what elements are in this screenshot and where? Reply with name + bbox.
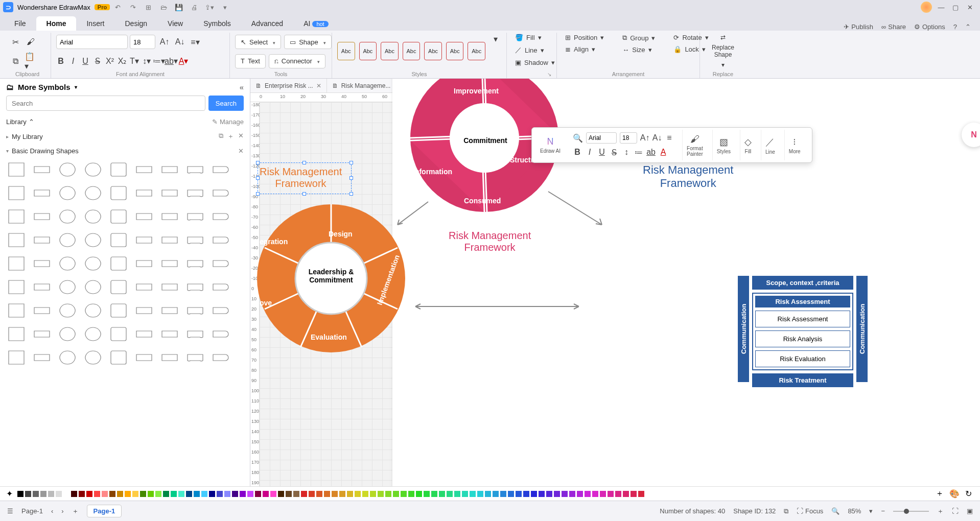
symbol-search-input[interactable] bbox=[6, 96, 205, 111]
shape-stencil[interactable] bbox=[134, 302, 154, 319]
shape-stencil[interactable] bbox=[6, 278, 27, 296]
shape-stencil[interactable] bbox=[6, 349, 27, 366]
line-button[interactable]: ／ Line ▾ bbox=[512, 44, 551, 56]
shape-stencil[interactable] bbox=[32, 255, 52, 272]
ft-format-painter[interactable]: 🖌Format Painter bbox=[682, 130, 707, 160]
color-swatch[interactable] bbox=[286, 491, 292, 497]
user-avatar[interactable] bbox=[921, 2, 932, 13]
palette-action[interactable]: ↻ bbox=[965, 489, 972, 499]
paste-button[interactable]: 📋▾ bbox=[25, 55, 37, 67]
risk-panel[interactable]: Communication Scope, context ,criteria R… bbox=[738, 276, 868, 382]
shape-stencil[interactable] bbox=[57, 184, 78, 202]
format-painter-button[interactable]: 🖌 bbox=[25, 36, 37, 48]
shape-stencil[interactable] bbox=[32, 208, 52, 225]
color-swatch[interactable] bbox=[585, 491, 591, 497]
color-swatch[interactable] bbox=[109, 491, 115, 497]
color-swatch[interactable] bbox=[117, 491, 123, 497]
size-button[interactable]: ↔ Size ▾ bbox=[619, 45, 658, 55]
shape-stencil[interactable] bbox=[32, 278, 52, 296]
shape-stencil[interactable] bbox=[83, 278, 103, 296]
next-page-button[interactable]: › bbox=[61, 507, 63, 515]
connector-tool-button[interactable]: ⎌ Connector bbox=[269, 54, 325, 68]
color-swatch[interactable] bbox=[232, 491, 238, 497]
shape-stencil[interactable] bbox=[6, 184, 27, 202]
color-swatch[interactable] bbox=[102, 491, 108, 497]
color-swatch[interactable] bbox=[148, 491, 154, 497]
color-swatch[interactable] bbox=[470, 491, 476, 497]
shape-stencil[interactable] bbox=[134, 208, 154, 225]
ft-list[interactable]: ≔ bbox=[634, 146, 643, 158]
color-swatch[interactable] bbox=[546, 491, 552, 497]
palette-picker-icon[interactable]: ✦ bbox=[6, 489, 13, 499]
font-name-select[interactable] bbox=[56, 35, 128, 49]
color-swatch[interactable] bbox=[615, 491, 621, 497]
shape-stencil[interactable] bbox=[6, 255, 27, 272]
color-swatch[interactable] bbox=[324, 491, 330, 497]
color-swatch[interactable] bbox=[224, 491, 230, 497]
color-swatch[interactable] bbox=[155, 491, 161, 497]
shape-stencil[interactable] bbox=[159, 161, 180, 178]
color-swatch[interactable] bbox=[309, 491, 315, 497]
maximize-button[interactable]: ▢ bbox=[948, 2, 963, 13]
color-swatch[interactable] bbox=[347, 491, 353, 497]
align-button[interactable]: ≡▾ bbox=[189, 36, 201, 48]
bold-button[interactable]: B bbox=[56, 55, 65, 67]
style-swatch-6[interactable]: Abc bbox=[446, 42, 464, 60]
shape-stencil[interactable] bbox=[185, 184, 205, 202]
ft-highlight[interactable]: ab bbox=[646, 146, 656, 158]
shape-stencil[interactable] bbox=[185, 161, 205, 178]
ft-align[interactable]: ≡ bbox=[665, 132, 674, 144]
ft-strike[interactable]: S̶ bbox=[610, 146, 619, 158]
doc-tab-1-close[interactable]: ✕ bbox=[316, 82, 321, 89]
menu-ai[interactable]: AIhot bbox=[293, 16, 339, 31]
shape-stencil[interactable] bbox=[134, 161, 154, 178]
color-swatch[interactable] bbox=[531, 491, 537, 497]
color-swatch[interactable] bbox=[600, 491, 606, 497]
shape-stencil[interactable] bbox=[211, 325, 231, 343]
status-layers-icon[interactable]: ⧉ bbox=[784, 507, 788, 515]
font-color-button[interactable]: A▾ bbox=[179, 55, 188, 67]
color-swatch[interactable] bbox=[240, 491, 246, 497]
italic-button[interactable]: I bbox=[68, 55, 78, 67]
shape-stencil[interactable] bbox=[57, 302, 78, 319]
color-swatch[interactable] bbox=[378, 491, 384, 497]
color-swatch[interactable] bbox=[447, 491, 453, 497]
color-swatch[interactable] bbox=[316, 491, 322, 497]
shape-stencil[interactable] bbox=[83, 325, 103, 343]
shape-stencil[interactable] bbox=[185, 349, 205, 366]
prev-page-button[interactable]: ‹ bbox=[51, 507, 53, 515]
shape-stencil[interactable] bbox=[185, 255, 205, 272]
shape-stencil[interactable] bbox=[134, 278, 154, 296]
shape-stencil[interactable] bbox=[6, 208, 27, 225]
color-swatch[interactable] bbox=[278, 491, 284, 497]
highlight-button[interactable]: ab▾ bbox=[167, 55, 176, 67]
color-swatch[interactable] bbox=[339, 491, 345, 497]
color-swatch[interactable] bbox=[25, 491, 31, 497]
shape-stencil[interactable] bbox=[134, 231, 154, 249]
font-size-select[interactable] bbox=[130, 35, 155, 49]
color-swatch[interactable] bbox=[539, 491, 545, 497]
close-button[interactable]: ✕ bbox=[963, 2, 977, 13]
color-swatch[interactable] bbox=[393, 491, 399, 497]
shape-stencil[interactable] bbox=[6, 302, 27, 319]
shape-stencil[interactable] bbox=[211, 349, 231, 366]
color-swatch[interactable] bbox=[608, 491, 614, 497]
shape-tool-button[interactable]: ▭ Shape bbox=[284, 35, 332, 49]
cut-button[interactable]: ✂ bbox=[9, 36, 21, 48]
shape-stencil[interactable] bbox=[159, 255, 180, 272]
bullet-list-button[interactable]: ≔▾ bbox=[154, 55, 164, 67]
status-focus-button[interactable]: ⛶ Focus bbox=[797, 507, 823, 515]
color-swatch[interactable] bbox=[370, 491, 376, 497]
color-swatch[interactable] bbox=[40, 491, 46, 497]
shape-stencil[interactable] bbox=[6, 325, 27, 343]
color-swatch[interactable] bbox=[140, 491, 146, 497]
ft-inc-font[interactable]: A↑ bbox=[640, 132, 649, 144]
copy-button[interactable]: ⧉ bbox=[9, 55, 21, 67]
shape-stencil[interactable] bbox=[159, 278, 180, 296]
style-swatch-5[interactable]: Abc bbox=[424, 42, 442, 60]
select-tool-button[interactable]: ↖ Select bbox=[235, 35, 281, 49]
color-swatch[interactable] bbox=[217, 491, 223, 497]
ft-styles[interactable]: ▧Styles bbox=[712, 130, 735, 160]
ft-more[interactable]: ⁝More bbox=[784, 130, 805, 160]
color-swatch[interactable] bbox=[562, 491, 568, 497]
